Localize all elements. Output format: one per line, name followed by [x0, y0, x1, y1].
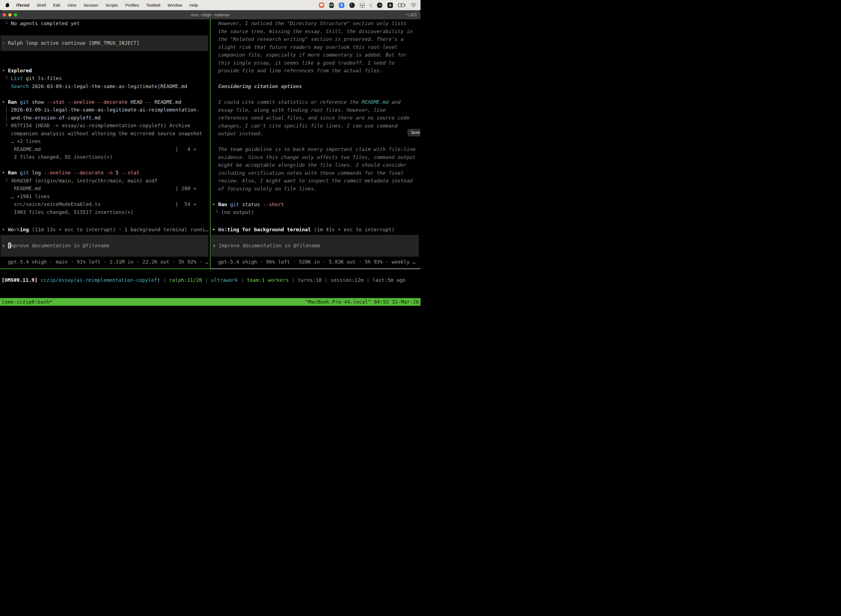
menu-item-window[interactable]: Window [168, 3, 182, 7]
text-segment: The team guideline is to back every impo… [212, 146, 416, 152]
menu-item-profiles[interactable]: Profiles [125, 3, 139, 7]
text-segment [2, 138, 11, 144]
text-segment [17, 99, 20, 105]
text-segment: 067f154 (HEAD -> essay/ai-reimplementati… [11, 123, 190, 128]
terminal-line: references need actual files, and since … [211, 114, 420, 122]
text-segment: essay file, along with finding root file… [212, 107, 386, 113]
terminal-line [0, 51, 210, 59]
screen: iTerm2 ShellEditViewSessionScriptsProfil… [0, 0, 420, 308]
apple-menu-icon[interactable] [3, 3, 13, 8]
terminal-line [211, 138, 420, 146]
text-segment: companion analysis without altering the … [11, 131, 202, 136]
text-segment: Ran [218, 201, 227, 207]
left-pane-output: └ No agents completed yet › Ralph loop a… [0, 20, 210, 216]
terminal-line: companion analysis without altering the … [0, 130, 210, 138]
squiggle-icon[interactable]: § [370, 3, 372, 8]
terminal-line: output instead. [211, 130, 420, 138]
text-segment: git [20, 170, 29, 176]
terminal-line: src/voice/voiceModeEnabled.ts | 54 + [0, 200, 210, 208]
menu-item-help[interactable]: Help [189, 3, 198, 7]
terminal-line: … +2 lines [0, 138, 210, 145]
text-segment: show [29, 99, 47, 105]
text-segment: and-the-erosion-of-copyleft.md [11, 115, 101, 120]
chat-app-icon[interactable] [319, 3, 324, 8]
text-segment: However, I noticed the "Directory Struct… [212, 21, 406, 26]
menu-item-toolbelt[interactable]: Toolbelt [146, 3, 161, 7]
text-segment: • [2, 227, 8, 232]
terminal-line: • Ran git show --stat --oneline --decora… [0, 98, 210, 106]
text-segment: Ralph loop active continue [OMX_TMUX_INJ… [8, 40, 140, 46]
terminal-line [0, 59, 210, 67]
terminal-line: including verification notes with those … [211, 169, 420, 177]
text-segment: Search [11, 84, 29, 89]
text-segment: references need actual files, and since … [212, 115, 409, 120]
terminal-line [211, 91, 420, 98]
text-segment: └ [2, 178, 11, 183]
text-segment: (1m 41s • esc to interrupt) [311, 227, 394, 232]
text-segment: --oneline --decorate [44, 170, 104, 176]
terminal-line [211, 193, 420, 201]
text-segment: evidence. Since this change only affects… [212, 154, 416, 160]
terminal-line: of focusing solely on file lines. [211, 185, 420, 193]
terminal-line: │ and-the-erosion-of-copyleft.md [0, 114, 210, 122]
text-segment: (11m 13s • esc to interrupt) · 1 backgro… [29, 227, 208, 232]
text-segment [227, 201, 230, 207]
text-segment: No agents completed yet [11, 21, 80, 26]
terminal-line: Search 2026-03-09-is-legal-the-same-as-l… [0, 82, 210, 91]
screen-toast[interactable]: Scre [407, 129, 420, 136]
text-segment: --short [263, 201, 284, 207]
left-input-box[interactable]: › Improve documentation in @filename [0, 235, 208, 257]
terminal-line: › Ralph loop active continue [OMX_TMUX_I… [0, 39, 208, 47]
text-segment: 2 files changed, 92 insertions(+) [2, 154, 113, 160]
battery-icon[interactable] [398, 3, 406, 7]
text-segment: status [239, 201, 263, 207]
app-menu-iterm2[interactable]: iTerm2 [16, 3, 29, 7]
text-segment: 1903 files changed, 513517 insertions(+) [2, 209, 133, 215]
right-input-box[interactable]: › Improve documentation in @filename [211, 235, 419, 257]
text-segment: this single essay, it seems like a good … [212, 60, 394, 66]
right-status-line: gpt-5.4 xhigh · 96% left · 520K in · 5.8… [211, 258, 420, 266]
terminal-line: └ 4b9d30f (origin/main, instructkr/main,… [0, 177, 210, 185]
menu-item-session[interactable]: Session [84, 3, 98, 7]
wifi-icon[interactable] [410, 3, 417, 7]
left-input-line: › Improve documentation in @filename [0, 242, 208, 250]
input-source-icon[interactable]: A [387, 3, 393, 8]
menu-item-edit[interactable]: Edit [53, 3, 60, 7]
text-segment: i [224, 227, 227, 232]
text-segment: ting for background terminal [227, 227, 311, 232]
menu-item-view[interactable]: View [67, 3, 76, 7]
terminal-line: └ List git ls-files [0, 75, 210, 82]
dots-grid-icon[interactable] [360, 3, 365, 8]
right-pane-output: However, I noticed the "Directory Struct… [211, 20, 420, 216]
shield-grid-icon[interactable] [329, 3, 334, 8]
text-segment: 4b9d30f (origin/main, instructkr/main, m… [11, 178, 158, 183]
text-segment: Wa [218, 227, 224, 232]
menu-item-shell[interactable]: Shell [37, 3, 46, 7]
right-terminal-pane[interactable]: However, I noticed the "Directory Struct… [211, 19, 420, 269]
terminal-line: provide file and line references from th… [211, 67, 420, 75]
lightning-badge-icon[interactable] [339, 3, 344, 8]
text-segment: team:1 workers [247, 277, 289, 283]
text-segment: gpt-5.4 xhigh · main · 91% left · 2.31M … [2, 259, 208, 265]
badge-61-icon[interactable]: ..61 [377, 3, 382, 8]
terminal-line: 2 files changed, 92 insertions(+) [0, 153, 210, 161]
right-activity-line: • Waiting for background terminal (1m 41… [211, 226, 420, 234]
text-segment: • [2, 67, 8, 73]
crescent-moon-icon[interactable]: ☾ [349, 3, 355, 8]
terminal-line: However, I noticed the "Directory Struct… [211, 20, 420, 28]
text-segment: --stat --oneline --decorate [47, 99, 128, 105]
terminal-line: the source tree, missing the essay. Stil… [211, 28, 420, 35]
text-segment: └ [212, 209, 221, 215]
text-segment: Ran [8, 99, 17, 105]
text-segment: | [289, 277, 298, 283]
text-segment [2, 131, 11, 136]
menu-item-scripts[interactable]: Scripts [105, 3, 118, 7]
text-segment: git [20, 99, 29, 105]
terminal-line: evidence. Since this change only affects… [211, 154, 420, 161]
terminal-line: 1903 files changed, 513517 insertions(+) [0, 208, 210, 216]
left-terminal-pane[interactable]: └ No agents completed yet › Ralph loop a… [0, 19, 210, 269]
terminal-line: Considering citation options [211, 82, 420, 91]
text-segment: companion file, especially if more comme… [212, 52, 406, 58]
text-segment: session:12m [331, 277, 363, 283]
text-segment: | [238, 277, 247, 283]
